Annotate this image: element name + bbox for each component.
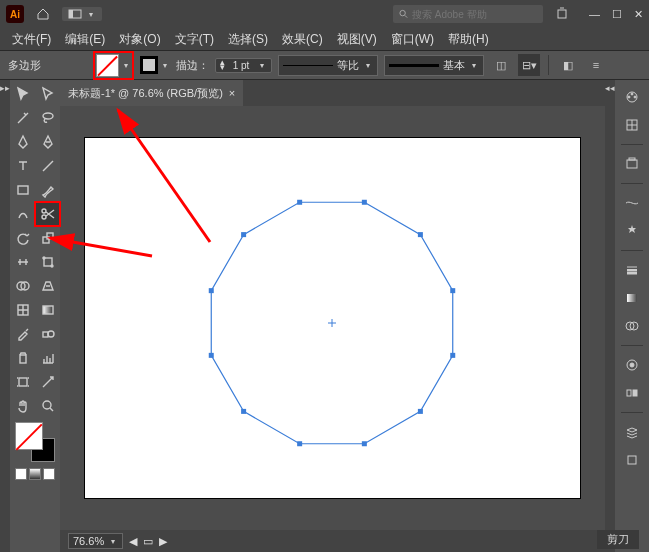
magic-wand-tool[interactable]	[10, 106, 35, 130]
svg-rect-23	[19, 378, 27, 386]
free-transform-tool[interactable]	[35, 250, 60, 274]
rectangle-tool[interactable]	[10, 178, 35, 202]
svg-rect-36	[209, 288, 214, 293]
shape-builder-tool[interactable]	[10, 274, 35, 298]
type-tool[interactable]	[10, 154, 35, 178]
svg-rect-4	[558, 10, 566, 18]
menu-edit[interactable]: 编辑(E)	[59, 29, 111, 50]
pen-tool[interactable]	[10, 130, 35, 154]
perspective-tool[interactable]	[35, 274, 60, 298]
profile-uniform[interactable]: 等比▾	[278, 55, 378, 76]
left-collapse-icon[interactable]: ▸▸	[0, 83, 10, 93]
svg-rect-27	[362, 200, 367, 205]
svg-rect-34	[241, 409, 246, 414]
brush-tool[interactable]	[35, 178, 60, 202]
fill-swatch[interactable]	[96, 54, 119, 77]
zoom-select[interactable]: 76.6%▾	[68, 533, 123, 549]
width-tool[interactable]	[10, 250, 35, 274]
search-box[interactable]	[393, 5, 543, 23]
artboard-tool[interactable]	[10, 370, 35, 394]
nav-prev-icon[interactable]: ◀	[129, 535, 137, 548]
fill-dropdown-icon[interactable]: ▾	[121, 60, 131, 70]
menu-object[interactable]: 对象(O)	[113, 29, 166, 50]
menu-file[interactable]: 文件(F)	[6, 29, 57, 50]
scissors-tool[interactable]	[35, 202, 60, 226]
blend-tool[interactable]	[35, 322, 60, 346]
document-tab[interactable]: 未标题-1* @ 76.6% (RGB/预览) ×	[60, 80, 243, 106]
right-collapse-icon[interactable]: ◂◂	[605, 83, 615, 93]
tab-close-icon[interactable]: ×	[229, 87, 235, 99]
menu-select[interactable]: 选择(S)	[222, 29, 274, 50]
zoom-tool[interactable]	[35, 394, 60, 418]
stroke-panel-icon[interactable]	[621, 259, 643, 281]
menu-help[interactable]: 帮助(H)	[442, 29, 495, 50]
lasso-tool[interactable]	[35, 106, 60, 130]
scale-tool[interactable]	[35, 226, 60, 250]
swatches-panel-icon[interactable]	[621, 114, 643, 136]
selection-tool[interactable]	[10, 82, 35, 106]
svg-rect-22	[20, 355, 26, 363]
fill-color-swatch[interactable]	[15, 422, 43, 450]
svg-rect-37	[241, 232, 246, 237]
slice-tool[interactable]	[35, 370, 60, 394]
stroke-dropdown-icon[interactable]: ▾	[160, 60, 170, 70]
color-panel-icon[interactable]	[621, 86, 643, 108]
svg-rect-38	[297, 200, 302, 205]
fill-stroke-swatches[interactable]	[15, 422, 55, 462]
close-icon[interactable]: ✕	[634, 8, 643, 21]
gradient-mode[interactable]	[29, 468, 41, 480]
artboards-panel-icon[interactable]	[621, 449, 643, 471]
home-icon[interactable]	[32, 3, 54, 25]
stroke-swatch[interactable]	[140, 56, 158, 74]
brushes-panel-icon[interactable]	[621, 192, 643, 214]
shaper-tool[interactable]	[10, 202, 35, 226]
transform-icon[interactable]: ◧	[557, 54, 579, 76]
svg-point-59	[630, 363, 634, 367]
stroke-weight-input[interactable]: ▴▾ ▾	[215, 58, 272, 73]
none-mode[interactable]	[43, 468, 55, 480]
more-icon[interactable]: ≡	[585, 54, 607, 76]
gradient-panel-icon[interactable]	[621, 287, 643, 309]
menu-window[interactable]: 窗口(W)	[385, 29, 440, 50]
tab-title: 未标题-1* @ 76.6% (RGB/预览)	[68, 86, 223, 101]
curvature-tool[interactable]	[35, 130, 60, 154]
svg-point-21	[48, 331, 54, 337]
svg-rect-60	[627, 390, 631, 396]
layout-dropdown[interactable]: ▾	[62, 7, 102, 21]
menu-type[interactable]: 文字(T)	[169, 29, 220, 50]
appearance-panel-icon[interactable]	[621, 354, 643, 376]
hand-tool[interactable]	[10, 394, 35, 418]
align-icon[interactable]: ⊟▾	[518, 54, 540, 76]
libraries-panel-icon[interactable]	[621, 153, 643, 175]
svg-point-15	[51, 265, 53, 267]
profile-basic[interactable]: 基本▾	[384, 55, 484, 76]
polygon-shape[interactable]	[85, 138, 580, 498]
max-icon[interactable]: ☐	[612, 8, 622, 21]
direct-selection-tool[interactable]	[35, 82, 60, 106]
symbol-sprayer-tool[interactable]	[10, 346, 35, 370]
share-icon[interactable]	[551, 3, 573, 25]
graphic-styles-panel-icon[interactable]	[621, 382, 643, 404]
graph-tool[interactable]	[35, 346, 60, 370]
search-input[interactable]	[412, 9, 537, 20]
gradient-tool[interactable]	[35, 298, 60, 322]
svg-point-10	[42, 215, 46, 219]
stroke-label: 描边：	[176, 58, 209, 73]
eyedropper-tool[interactable]	[10, 322, 35, 346]
artboard[interactable]	[85, 138, 580, 498]
stroke-weight-field[interactable]	[227, 60, 255, 71]
nav-next-icon[interactable]: ▶	[159, 535, 167, 548]
rotate-tool[interactable]	[10, 226, 35, 250]
menu-effect[interactable]: 效果(C)	[276, 29, 329, 50]
transparency-panel-icon[interactable]	[621, 315, 643, 337]
mesh-tool[interactable]	[10, 298, 35, 322]
svg-point-6	[43, 113, 53, 119]
menu-view[interactable]: 视图(V)	[331, 29, 383, 50]
nav-page-icon[interactable]: ▭	[143, 535, 153, 548]
min-icon[interactable]: —	[589, 8, 600, 21]
opacity-icon[interactable]: ◫	[490, 54, 512, 76]
line-tool[interactable]	[35, 154, 60, 178]
layers-panel-icon[interactable]	[621, 421, 643, 443]
symbols-panel-icon[interactable]	[621, 220, 643, 242]
color-mode[interactable]	[15, 468, 27, 480]
